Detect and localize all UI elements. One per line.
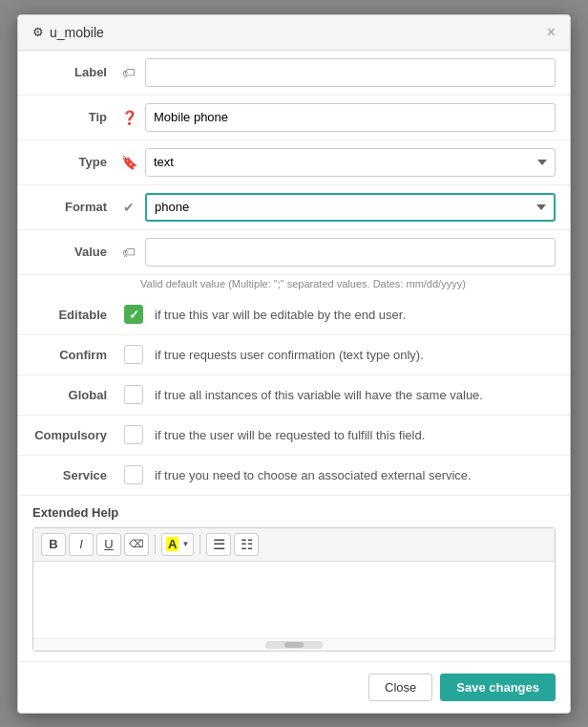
service-description: if true you need to choose an associated… <box>155 468 472 482</box>
type-field-label: Type <box>32 155 118 169</box>
extended-help-section: Extended Help B I U ⌫ A ▼ ☰ ☷ <box>18 496 570 661</box>
save-changes-button[interactable]: Save changes <box>440 674 556 701</box>
global-checkbox[interactable] <box>124 385 145 404</box>
editor-toolbar: B I U ⌫ A ▼ ☰ ☷ <box>33 528 555 562</box>
format-select[interactable]: phone email url date <box>145 193 556 222</box>
service-checkbox[interactable] <box>124 465 145 484</box>
highlight-button[interactable]: A ▼ <box>161 533 194 556</box>
list-ul-button[interactable]: ☰ <box>206 533 231 556</box>
modal-title: ⚙ u_mobile <box>32 25 104 40</box>
editable-checkbox[interactable] <box>124 305 145 324</box>
confirm-description: if true requests user confirmation (text… <box>155 348 424 362</box>
editable-label: Editable <box>32 308 118 322</box>
italic-button[interactable]: I <box>69 533 94 556</box>
tip-input[interactable] <box>145 103 556 132</box>
type-select[interactable]: text number date email <box>145 148 556 177</box>
value-tag-icon: 🏷 <box>118 245 139 260</box>
compulsory-row: Compulsory if true the user will be requ… <box>18 416 570 456</box>
value-field-label: Value <box>32 245 118 259</box>
global-description: if true all instances of this variable w… <box>155 388 483 402</box>
toolbar-separator-2 <box>200 535 200 554</box>
confirm-label: Confirm <box>32 348 118 362</box>
scrollbar-thumb <box>284 642 304 648</box>
format-row: Format ✔ phone email url date <box>18 185 570 230</box>
tip-row: Tip ❓ <box>18 96 570 140</box>
scrollbar-track <box>265 641 323 649</box>
tip-field-label: Tip <box>32 110 118 124</box>
type-row: Type 🔖 text number date email <box>18 140 570 185</box>
eraser-button[interactable]: ⌫ <box>124 533 149 556</box>
label-input[interactable] <box>145 58 556 87</box>
editor-container: B I U ⌫ A ▼ ☰ ☷ <box>32 527 556 652</box>
highlight-a-icon: A <box>166 537 178 551</box>
modal-dialog: ⚙ u_mobile × Label 🏷 Tip ❓ Type 🔖 text n… <box>17 14 571 714</box>
confirm-row: Confirm if true requests user confirmati… <box>18 335 570 375</box>
bold-button[interactable]: B <box>41 533 66 556</box>
global-row: Global if true all instances of this var… <box>18 375 570 416</box>
toolbar-separator-1 <box>155 535 156 554</box>
gear-icon: ⚙ <box>32 25 44 39</box>
value-row: Value 🏷 <box>18 230 570 275</box>
modal-title-text: u_mobile <box>50 25 104 40</box>
extended-help-title: Extended Help <box>32 505 556 520</box>
service-label: Service <box>32 468 118 482</box>
bookmark-icon: 🔖 <box>118 155 139 170</box>
editable-description: if true this var will be editable by the… <box>155 308 406 322</box>
confirm-checkbox[interactable] <box>124 345 145 364</box>
tag-icon: 🏷 <box>118 65 139 80</box>
compulsory-description: if true the user will be requested to fu… <box>155 428 425 442</box>
check-icon: ✔ <box>118 200 139 215</box>
label-field-label: Label <box>32 65 118 79</box>
question-icon: ❓ <box>118 110 139 125</box>
modal-header: ⚙ u_mobile × <box>18 15 570 51</box>
editor-content[interactable] <box>33 562 555 638</box>
compulsory-checkbox[interactable] <box>124 425 145 444</box>
list-ol-button[interactable]: ☷ <box>234 533 259 556</box>
global-label: Global <box>32 388 118 402</box>
modal-close-button[interactable]: × <box>547 25 556 40</box>
editable-row: Editable if true this var will be editab… <box>18 295 570 335</box>
value-hint: Valid default value (Multiple: ";" separ… <box>18 275 570 295</box>
editor-scrollbar <box>33 638 555 651</box>
format-field-label: Format <box>32 200 118 214</box>
highlight-dropdown-arrow: ▼ <box>181 540 189 548</box>
close-button[interactable]: Close <box>368 674 432 701</box>
modal-footer: Close Save changes <box>18 661 570 713</box>
value-input[interactable] <box>145 238 556 267</box>
service-row: Service if true you need to choose an as… <box>18 456 570 496</box>
label-row: Label 🏷 <box>18 51 570 96</box>
modal-body: Label 🏷 Tip ❓ Type 🔖 text number date em… <box>18 51 570 661</box>
underline-button[interactable]: U <box>96 533 121 556</box>
compulsory-label: Compulsory <box>32 428 118 442</box>
